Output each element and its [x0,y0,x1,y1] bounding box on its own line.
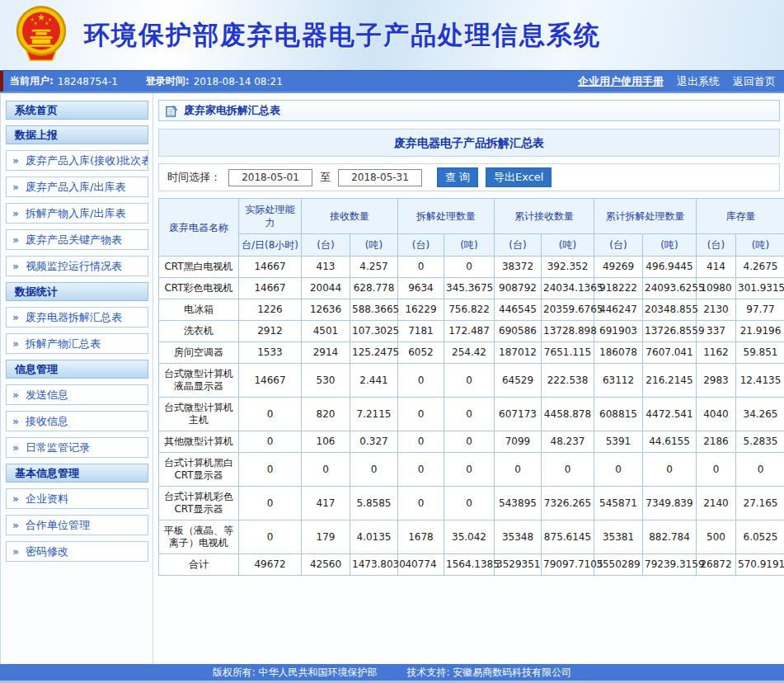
sidebar: 系统首页数据上报» 废弃产品入库(接收)批次表» 废弃产品入库/出库表» 拆解产… [0,93,153,664]
value-cell: 34.265 [736,398,784,431]
sidebar-section-header[interactable]: 数据上报 [6,125,148,144]
chevron-right-icon: » [12,337,19,350]
sidebar-item[interactable]: » 发送信息 [6,384,148,405]
export-excel-button[interactable]: 导出Excel [486,167,552,187]
value-cell: 0 [398,487,444,520]
sidebar-item[interactable]: » 密码修改 [6,541,148,562]
col-unit-dun: (吨) [350,234,398,257]
value-cell: 0 [444,364,495,398]
sidebar-item[interactable]: » 废弃产品关键产物表 [6,229,148,250]
appliance-name-cell: 其他微型计算机 [159,431,239,453]
value-cell: 417 [302,487,350,520]
value-cell: 0 [398,431,444,453]
value-cell: 0 [239,453,302,487]
sidebar-item[interactable]: » 视频监控运行情况表 [6,256,148,276]
value-cell: 7.2115 [350,398,398,431]
table-row: 洗衣机29124501107.30257181172.4876905861372… [159,321,784,342]
sidebar-item[interactable]: » 废弃产品入库/出库表 [6,177,148,197]
sidebar-item[interactable]: » 企业资料 [6,488,148,509]
user-bar: 当前用户: 18248754-1 登录时间: 2018-08-14 08:21 … [0,70,784,93]
end-date-input[interactable] [338,169,422,186]
value-cell: 222.538 [542,364,594,398]
value-cell: 2914 [302,342,350,364]
chevron-right-icon: » [12,441,19,454]
value-cell: 48.237 [542,431,594,453]
value-cell: 4.257 [350,257,398,278]
value-cell: 187012 [495,342,542,364]
sidebar-item[interactable]: » 合作单位管理 [6,515,148,535]
start-date-input[interactable] [228,169,312,186]
sidebar-section-header[interactable]: 信息管理 [6,360,148,379]
value-cell: 5.2835 [736,431,784,453]
value-cell: 2140 [697,487,736,520]
value-cell: 14667 [239,278,302,299]
value-cell: 35348 [495,520,542,554]
logout-link[interactable]: 退出系统 [677,74,720,89]
chevron-right-icon: » [12,519,19,531]
value-cell: 3529351 [495,554,542,576]
sidebar-item[interactable]: » 拆解产物入库/出库表 [6,203,148,224]
value-cell: 0 [302,453,350,487]
sidebar-section-header[interactable]: 数据统计 [6,282,148,301]
table-row: 台式微型计算机主机08207.2115006071734458.87860881… [159,398,784,431]
app-title: 环境保护部废弃电器电子产品处理信息系统 [84,18,601,53]
appliance-name-cell: 电冰箱 [159,299,239,321]
appliance-name-cell: CRT彩色电视机 [159,278,239,299]
value-cell: 216.2145 [643,364,697,398]
value-cell: 588.3665 [350,299,398,321]
value-cell: 10980 [697,278,736,299]
sidebar-item-label: 日常监管记录 [22,441,90,454]
value-cell: 918222 [594,278,643,299]
summary-table-wrap: 废弃电器名称实际处理能力接收数量拆解处理数量累计接收数量累计拆解处理数量库存量台… [158,198,784,576]
sidebar-section-header[interactable]: 基本信息管理 [6,464,148,483]
appliance-name-cell: 台式微型计算机液晶显示器 [159,364,239,398]
value-cell: 107.3025 [350,321,398,342]
value-cell: 0 [444,398,495,431]
value-cell: 0 [239,487,302,520]
sidebar-item[interactable]: » 废弃电器拆解汇总表 [6,307,148,327]
support-text: 技术支持: 安徽易商数码科技有限公司 [406,667,571,678]
value-cell: 20348.855 [643,299,697,321]
sidebar-section-header[interactable]: 系统首页 [6,101,148,120]
value-cell: 545871 [594,487,643,520]
breadcrumb-label: 废弃家电拆解汇总表 [184,103,280,118]
to-label: 至 [320,170,331,185]
value-cell: 4501 [302,321,350,342]
col-group-header: 累计拆解处理数量 [594,199,697,234]
value-cell: 254.42 [444,342,495,364]
value-cell: 2130 [697,299,736,321]
sidebar-item[interactable]: » 接收信息 [6,411,148,431]
value-cell: 413 [302,257,350,278]
value-cell: 4040 [697,398,736,431]
sidebar-item-label: 密码修改 [22,545,68,558]
value-cell: 186078 [594,342,643,364]
appliance-name-cell: 房间空调器 [159,342,239,364]
sidebar-item[interactable]: » 拆解产物汇总表 [6,333,148,354]
value-cell: 0 [594,453,643,487]
manual-link[interactable]: 企业用户使用手册 [578,74,664,89]
value-cell: 42560 [302,554,350,576]
value-cell: 0 [444,453,495,487]
value-cell: 125.2475 [350,342,398,364]
home-link[interactable]: 返回首页 [733,74,776,89]
value-cell: 3550289 [594,554,643,576]
appliance-name-cell: 洗衣机 [159,321,239,342]
value-cell: 13726.8559 [643,321,697,342]
user-info: 当前用户: 18248754-1 登录时间: 2018-08-14 08:21 [3,71,565,92]
value-cell: 12.4135 [736,364,784,398]
col-header-capacity: 实际处理能力 [239,199,302,234]
appliance-name-cell: 台式计算机黑白CRT显示器 [159,453,239,487]
value-cell: 0 [239,520,302,554]
value-cell: 1162 [697,342,736,364]
appliance-name-cell: 台式微型计算机主机 [159,398,239,431]
value-cell: 21.9196 [736,321,784,342]
query-button[interactable]: 查询 [437,167,478,187]
appliance-name-cell: 台式计算机彩色CRT显示器 [159,487,239,520]
login-time-label: 登录时间: [146,74,190,88]
sidebar-item[interactable]: » 废弃产品入库(接收)批次表 [6,150,148,171]
value-cell: 0 [444,487,495,520]
breadcrumb: 废弃家电拆解汇总表 [158,100,780,121]
sidebar-item[interactable]: » 日常监管记录 [6,437,148,458]
copyright-text: 版权所有: 中华人民共和国环境保护部 [213,667,378,678]
value-cell: 1226 [239,299,302,321]
